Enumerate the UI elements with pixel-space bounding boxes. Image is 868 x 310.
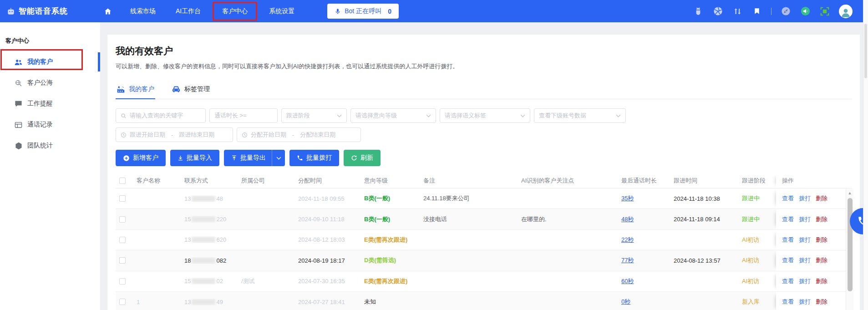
semantic-tag-select[interactable]: 请选择语义标签 [440, 108, 530, 123]
table-row: 1502 /测试 2024-07-30 16:35 E类(需再次跟进) 60秒 … [116, 271, 852, 292]
hexagon-icon [15, 142, 22, 150]
robot-icon[interactable] [693, 6, 704, 17]
bulk-import-button[interactable]: 批量导入 [170, 150, 219, 166]
scrollbar-thumb[interactable] [848, 198, 853, 291]
duration-link[interactable]: 77秒 [621, 257, 634, 264]
icon-divider [771, 8, 772, 15]
phone-icon [297, 155, 303, 161]
row-checkbox[interactable] [119, 278, 126, 285]
cell-stage: 跟进中 [742, 215, 776, 224]
bot-button-label: Bot 正在呼叫 [345, 7, 381, 15]
nav-item-customer-center[interactable]: 客户中心 [213, 2, 257, 21]
view-link[interactable]: 查看 [782, 277, 794, 285]
delete-link[interactable]: 删除 [816, 277, 827, 285]
dial-link[interactable]: 拨打 [799, 256, 811, 264]
bulk-export-button[interactable]: 批量导出 [224, 150, 272, 166]
bookmark-icon[interactable] [751, 6, 762, 17]
duration-link[interactable]: 60秒 [621, 278, 634, 285]
screenshot-icon[interactable] [819, 6, 830, 17]
call-duration-input[interactable]: 通话时长 >= [209, 108, 278, 123]
sidebar-title: 客户中心 [0, 22, 100, 51]
sub-account-select[interactable]: 查看下级账号数据 [534, 108, 626, 123]
button-label: 批量导出 [240, 154, 266, 162]
sidebar-item-public-pool[interactable]: 客户公海 [0, 72, 100, 93]
keyword-search-input[interactable]: 请输入查询的关键字 [116, 108, 206, 123]
cell-assign-time: 2024-09-10 11:18 [298, 216, 364, 223]
select-placeholder: 请选择语义标签 [445, 112, 517, 120]
page-description: 可以新增、删除、修改客户的资料信息，同时可以直接将客户加入到AI的快捷拨打列表，… [116, 62, 852, 71]
sidebar-item-work-reminder[interactable]: 工作提醒 [0, 93, 100, 114]
row-checkbox[interactable] [119, 257, 126, 264]
button-label: 新增客户 [133, 154, 158, 162]
home-icon[interactable] [97, 5, 118, 18]
view-link[interactable]: 查看 [782, 215, 794, 224]
duration-link[interactable]: 48秒 [621, 216, 634, 223]
nav-item-ai-workbench[interactable]: AI工作台 [168, 3, 209, 20]
row-checkbox[interactable] [119, 237, 126, 243]
duration-link[interactable]: 22秒 [621, 236, 634, 243]
dial-link[interactable]: 拨打 [799, 215, 811, 224]
delete-link[interactable]: 删除 [816, 215, 827, 224]
cell-ai-focus: 在哪里的. [521, 215, 621, 224]
nav-item-system-settings[interactable]: 系统设置 [261, 3, 303, 20]
sidebar-item-call-records[interactable]: 通话记录 [0, 114, 100, 135]
plus-circle-icon [123, 155, 130, 162]
cell-stage: AI初访 [742, 277, 776, 285]
car-icon [172, 86, 181, 93]
tab-my-customers[interactable]: 我的客户 [116, 81, 155, 99]
users-icon [15, 58, 22, 66]
follow-stage-select[interactable]: 跟进阶段 [281, 108, 347, 123]
select-all-checkbox[interactable] [119, 178, 126, 184]
follow-date-range-picker[interactable]: 跟进开始日期 - 跟进结束日期 [116, 127, 233, 142]
refresh-button[interactable]: 刷新 [344, 150, 381, 166]
scroll-up-arrow[interactable]: ▲ [848, 191, 852, 195]
view-link[interactable]: 查看 [782, 194, 794, 203]
cell-intent: E类(需再次跟进) [364, 236, 423, 244]
row-checkbox[interactable] [119, 299, 126, 305]
delete-link[interactable]: 删除 [816, 298, 827, 306]
view-link[interactable]: 查看 [782, 298, 794, 306]
date-end-placeholder: 分配结束日期 [300, 131, 335, 139]
table-body: 1348 2024-11-18 09:55 B类(一般) 24.11.18要来公… [116, 188, 852, 310]
delete-link[interactable]: 删除 [816, 236, 827, 244]
intent-level-select[interactable]: 请选择意向等级 [350, 108, 436, 123]
add-customer-button[interactable]: 新增客户 [116, 150, 166, 166]
bot-calling-button[interactable]: Bot 正在呼叫 0 [327, 4, 399, 19]
sort-arrows-icon[interactable] [732, 6, 743, 17]
export-dropdown-toggle[interactable] [272, 150, 285, 166]
delete-link[interactable]: 删除 [816, 256, 827, 264]
table-header: 客户名称 联系方式 所属公司 分配时间 意向等级 备注 AI识别的客户关注点 最… [116, 173, 852, 188]
dial-link[interactable]: 拨打 [799, 236, 811, 244]
dial-link[interactable]: 拨打 [799, 194, 811, 203]
chevron-down-icon [520, 114, 525, 117]
main-nav: 线索市场 AI工作台 客户中心 系统设置 [97, 2, 303, 21]
nav-item-leads[interactable]: 线索市场 [122, 3, 164, 20]
bulk-dial-button[interactable]: 批量拨打 [289, 150, 339, 166]
view-link[interactable]: 查看 [782, 256, 794, 264]
row-checkbox[interactable] [119, 216, 126, 223]
sidebar-item-team-stats[interactable]: 团队统计 [0, 135, 100, 156]
duration-link[interactable]: 0秒 [621, 298, 630, 305]
page-scrollbar-thumb[interactable] [864, 24, 867, 78]
delete-link[interactable]: 删除 [816, 194, 827, 203]
cell-phone: 13620 [184, 236, 241, 243]
date-separator: - [289, 132, 297, 138]
page-scrollbar[interactable] [863, 0, 868, 310]
megaphone-icon[interactable] [800, 6, 811, 17]
dial-link[interactable]: 拨打 [799, 298, 811, 306]
tab-tag-management[interactable]: 标签管理 [171, 81, 211, 99]
row-checkbox[interactable] [119, 195, 126, 202]
assign-date-range-picker[interactable]: 分配开始日期 - 分配结束日期 [237, 127, 361, 142]
filter-row-2: 跟进开始日期 - 跟进结束日期 分配开始日期 - 分配结束日期 [116, 127, 852, 142]
dial-link[interactable]: 拨打 [799, 277, 811, 285]
view-link[interactable]: 查看 [782, 236, 794, 244]
compass-icon[interactable] [780, 6, 791, 17]
table-scrollbar[interactable]: ▲ [846, 189, 853, 310]
duration-link[interactable]: 35秒 [621, 195, 634, 202]
sidebar-item-label: 客户公海 [27, 79, 53, 87]
sidebar-item-my-customers[interactable]: 我的客户 [0, 51, 100, 72]
action-buttons: 新增客户 批量导入 批量导出 [116, 150, 852, 166]
aperture-icon[interactable] [712, 6, 723, 17]
table-row: 1 1349 2024-07-27 18:41 未知 0秒 新入库 查看拨打删除 [116, 292, 852, 310]
user-avatar[interactable] [839, 5, 853, 18]
